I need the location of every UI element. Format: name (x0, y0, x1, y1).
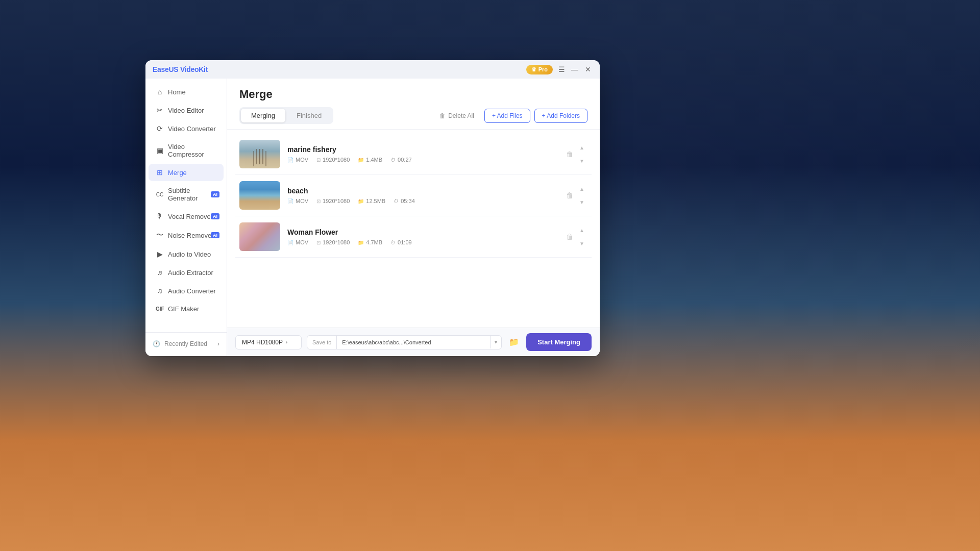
sidebar: ⌂ Home ✂ Video Editor ⟳ Video Converter … (145, 79, 227, 356)
file-format: 📄 MOV (287, 157, 308, 163)
audio-extractor-icon: ♬ (156, 268, 164, 277)
file-name: beach (287, 187, 572, 195)
sidebar-item-audio-extractor[interactable]: ♬ Audio Extractor (149, 264, 224, 281)
file-icon: 📄 (287, 240, 293, 245)
resolution-icon: ⊡ (316, 157, 321, 163)
app-window: EaseUS VideoKit ♛ Pro ☰ — ✕ ⌂ Home ✂ Vid… (145, 60, 600, 356)
sidebar-item-gif-maker[interactable]: GIF GIF Maker (149, 300, 224, 317)
minimize-button[interactable]: — (570, 65, 579, 74)
sidebar-item-label: Audio Converter (168, 287, 216, 295)
file-order-controls: ▲ ▼ (576, 224, 587, 249)
video-converter-icon: ⟳ (156, 124, 164, 133)
file-duration: ⏱ 00:27 (390, 157, 412, 163)
sidebar-item-home[interactable]: ⌂ Home (149, 83, 224, 101)
chevron-right-icon: › (286, 340, 287, 345)
duration-icon: ⏱ (390, 240, 396, 245)
add-files-button[interactable]: + Add Files (484, 109, 530, 123)
save-path-value: E:\easeus\abc\abc\abc...\Converted (337, 336, 490, 349)
delete-all-button[interactable]: 🗑 Delete All (433, 109, 480, 122)
size-icon: 📁 (358, 157, 364, 163)
title-bar-controls: ♛ Pro ☰ — ✕ (526, 65, 593, 74)
start-merging-button[interactable]: Start Merging (526, 333, 592, 351)
ai-badge: AI (211, 191, 219, 197)
file-thumbnail (239, 140, 280, 168)
file-icon: 📄 (287, 157, 293, 163)
file-duration: ⏱ 05:34 (394, 198, 415, 204)
table-row: Woman Flower 📄 MOV ⊡ 980*551 (235, 216, 592, 258)
add-folders-button[interactable]: + Add Folders (534, 109, 587, 123)
tab-finished[interactable]: Finished (286, 109, 332, 122)
duration-icon: ⏱ (390, 157, 396, 163)
format-value: MP4 HD1080P (242, 339, 283, 346)
sidebar-item-subtitle-generator[interactable]: CC Subtitle Generator AI (149, 182, 224, 207)
vocal-remover-icon: 🎙 (156, 212, 164, 220)
audio-to-video-icon: ▶ (156, 250, 164, 258)
file-resolution: ⊡ 980*551 (316, 198, 350, 204)
file-delete-button[interactable]: 🗑 (566, 150, 573, 158)
file-delete-button[interactable]: 🗑 (566, 233, 573, 241)
page-title: Merge (239, 88, 587, 101)
table-row: marine fishery 📄 MOV ⊡ 980*551 (235, 134, 592, 175)
header-actions: 🗑 Delete All + Add Files + Add Folders (433, 109, 587, 123)
recently-edited-item[interactable]: 🕐 Recently Edited › (145, 336, 227, 352)
sidebar-item-label: Noise Remover (168, 232, 214, 239)
move-up-button[interactable]: ▲ (576, 142, 587, 153)
sidebar-item-audio-to-video[interactable]: ▶ Audio to Video (149, 245, 224, 263)
browse-folder-button[interactable]: 📁 (507, 335, 521, 349)
main-content: Merge Merging Finished 🗑 Delete All + Ad… (227, 79, 600, 356)
gif-maker-icon: GIF (156, 306, 164, 312)
sidebar-item-audio-converter[interactable]: ♫ Audio Converter (149, 282, 224, 299)
noise-remover-icon: 〜 (156, 231, 164, 240)
file-meta: 📄 MOV ⊡ 980*551 📁 4.7MB (287, 239, 572, 245)
sidebar-item-label: Subtitle Generator (168, 187, 216, 202)
tab-merging[interactable]: Merging (241, 109, 285, 122)
merge-icon: ⊞ (156, 168, 164, 177)
file-order-controls: ▲ ▼ (576, 183, 587, 208)
file-icon: 📄 (287, 198, 293, 204)
format-selector[interactable]: MP4 HD1080P › (235, 335, 302, 349)
app-body: ⌂ Home ✂ Video Editor ⟳ Video Converter … (145, 79, 600, 356)
footer-bar: MP4 HD1080P › Save to E:\easeus\abc\abc\… (227, 328, 600, 356)
file-delete-button[interactable]: 🗑 (566, 191, 573, 199)
sidebar-item-vocal-remover[interactable]: 🎙 Vocal Remover AI (149, 208, 224, 225)
delete-all-label: Delete All (448, 112, 474, 119)
video-editor-icon: ✂ (156, 106, 164, 114)
move-down-button[interactable]: ▼ (576, 196, 587, 208)
move-down-button[interactable]: ▼ (576, 155, 587, 166)
file-name: marine fishery (287, 145, 572, 154)
file-size: 📁 12.5MB (358, 198, 385, 204)
audio-converter-icon: ♫ (156, 287, 164, 295)
sidebar-item-label: Home (168, 88, 186, 96)
file-order-controls: ▲ ▼ (576, 142, 587, 166)
sidebar-item-video-editor[interactable]: ✂ Video Editor (149, 102, 224, 119)
sidebar-item-label: Video Converter (168, 125, 216, 133)
menu-button[interactable]: ☰ (557, 65, 566, 74)
app-logo: EaseUS VideoKit (153, 65, 208, 73)
move-up-button[interactable]: ▲ (576, 183, 587, 194)
sidebar-item-merge[interactable]: ⊞ Merge (149, 164, 224, 181)
save-to-row: Save to E:\easeus\abc\abc\abc...\Convert… (307, 335, 502, 349)
pro-badge[interactable]: ♛ Pro (526, 65, 553, 74)
ai-badge: AI (211, 232, 219, 238)
sidebar-item-label: Audio to Video (168, 251, 211, 258)
clock-icon: 🕐 (153, 340, 160, 347)
trash-icon: 🗑 (439, 112, 446, 119)
sidebar-item-video-converter[interactable]: ⟳ Video Converter (149, 120, 224, 137)
file-list: marine fishery 📄 MOV ⊡ 980*551 (227, 130, 600, 328)
tab-group: Merging Finished (239, 107, 333, 124)
move-up-button[interactable]: ▲ (576, 224, 587, 236)
close-button[interactable]: ✕ (583, 65, 593, 74)
sidebar-item-video-compressor[interactable]: ▣ Video Compressor (149, 138, 224, 163)
move-down-button[interactable]: ▼ (576, 238, 587, 249)
file-info: Woman Flower 📄 MOV ⊡ 980*551 (287, 228, 572, 245)
file-thumbnail (239, 222, 280, 251)
resolution-icon: ⊡ (316, 198, 321, 204)
file-size: 📁 1.4MB (358, 157, 382, 163)
sidebar-item-label: GIF Maker (168, 305, 199, 313)
save-dropdown-button[interactable]: ▾ (490, 336, 501, 348)
sidebar-item-label: Video Editor (168, 107, 204, 114)
sidebar-item-noise-remover[interactable]: 〜 Noise Remover AI (149, 226, 224, 244)
file-resolution: ⊡ 980*551 (316, 157, 350, 163)
file-name: Woman Flower (287, 228, 572, 236)
table-row: beach 📄 MOV ⊡ 980*551 📁 (235, 175, 592, 216)
